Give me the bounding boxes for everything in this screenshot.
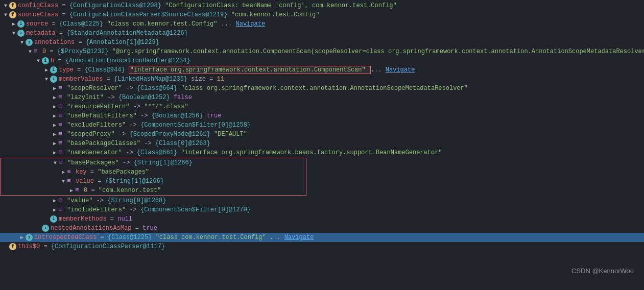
type-navigate[interactable]: Navigate xyxy=(386,66,415,74)
h-text: h = {AnnotationInvocationHandler@1234} xyxy=(51,57,190,64)
line-excludefilters: "excludeFilters" -> {ComponentScan$Filte… xyxy=(0,120,644,130)
line-nestedannotationsasmap: i nestedAnnotationsAsMap = true xyxy=(0,224,644,233)
icon-f-sourceclass: f xyxy=(9,11,16,18)
arrow-annotations[interactable] xyxy=(18,40,26,45)
line-lazyinit: "lazyInit" -> {Boolean@1252} false xyxy=(0,93,644,102)
line-basepackages: "basePackages" -> {String[1]@1266} xyxy=(1,158,306,167)
line-sourceclass: f sourceClass = {ConfigurationClassParse… xyxy=(0,10,644,19)
icon-lines-scopedproxy xyxy=(58,131,65,138)
line-includefilters: "includeFilters" -> {ComponentScan$Filte… xyxy=(0,205,644,214)
usedefaultfilters-text: "useDefaultFilters" -> {Boolean@1256} tr… xyxy=(67,112,221,119)
arrow-sourceclass[interactable] xyxy=(2,12,9,18)
arrow-usedefaultfilters[interactable] xyxy=(51,113,58,119)
icon-lines-value2 xyxy=(58,197,65,204)
icon-i-introspectedclass: i xyxy=(26,234,33,241)
basepackages-highlight-block: "basePackages" -> {String[1]@1266} key =… xyxy=(0,158,306,196)
namegenerator-text: "nameGenerator" -> {Class@661} "interfac… xyxy=(67,149,442,156)
arrow-type[interactable] xyxy=(43,67,50,73)
line-membervalues: i memberValues = {LinkedHashMap@1235} si… xyxy=(0,75,644,84)
line-value2: "value" -> {String[0]@1268} xyxy=(0,196,644,205)
arrow-metadata[interactable] xyxy=(10,31,17,36)
arrow-membervalues[interactable] xyxy=(43,77,50,82)
proxy-text: 0 = {$Proxy5@1232} "@org.springframework… xyxy=(42,48,644,55)
source-text: source = {Class@1225} "class com.kennor.… xyxy=(26,20,265,28)
icon-i-nestedannotations: i xyxy=(42,225,49,232)
value-0-text: 0 = "com.kennor.test" xyxy=(84,187,161,194)
icon-lines-value xyxy=(67,178,74,185)
arrow-introspectedclass[interactable] xyxy=(18,234,26,240)
nestedannotations-text: nestedAnnotationsAsMap = true xyxy=(51,225,157,232)
icon-f-configclass: f xyxy=(9,2,16,9)
line-key: key = "basePackages" xyxy=(1,167,306,177)
this0-text: this$0 = {ConfigurationClassParser@1117} xyxy=(18,243,165,250)
line-h: i h = {AnnotationInvocationHandler@1234} xyxy=(0,56,644,65)
arrow-basepackageclasses[interactable] xyxy=(51,140,58,147)
excludefilters-text: "excludeFilters" -> {ComponentScan$Filte… xyxy=(67,122,251,129)
line-introspectedclass: i introspectedClass = {Class@1225} "clas… xyxy=(0,233,644,242)
arrow-basepackages[interactable] xyxy=(52,160,59,166)
arrow-value2[interactable] xyxy=(51,198,58,204)
lazyinit-text: "lazyInit" -> {Boolean@1252} false xyxy=(67,94,192,101)
line-value: value = {String[1]@1266} xyxy=(1,177,306,186)
icon-lines-lazyinit xyxy=(58,94,65,101)
arrow-excludefilters[interactable] xyxy=(51,122,58,128)
line-scopedproxy: "scopedProxy" -> {ScopedProxyMode@1261} … xyxy=(0,130,644,139)
icon-i-annotations: i xyxy=(26,39,33,46)
value2-text: "value" -> {String[0]@1268} xyxy=(67,197,166,204)
icon-lines-basepackageclasses xyxy=(58,140,65,147)
metadata-text: metadata = {StandardAnnotationMetadata@1… xyxy=(26,30,188,37)
arrow-source[interactable] xyxy=(10,21,17,27)
icon-lines-resourcepattern xyxy=(58,103,65,110)
icon-lines-key xyxy=(67,168,74,176)
line-metadata: i metadata = {StandardAnnotationMetadata… xyxy=(0,29,644,38)
introspectedclass-text: introspectedClass = {Class@1225} "class … xyxy=(34,234,314,241)
type-value: "interface org.springframework.context.a… xyxy=(130,66,366,74)
sourceclass-text: sourceClass = {ConfigurationClassParser$… xyxy=(18,11,320,18)
arrow-namegenerator[interactable] xyxy=(51,150,58,156)
line-configclass: f configClass = {ConfigurationClass@1208… xyxy=(0,1,644,10)
line-type: i type = {Class@944} "interface org.spri… xyxy=(0,65,644,75)
membermethods-text: memberMethods = null xyxy=(59,215,132,223)
configclass-text: configClass = {ConfigurationClass@1208} … xyxy=(18,2,397,9)
arrow-h[interactable] xyxy=(35,58,42,64)
membervalues-text: memberValues = {LinkedHashMap@1235} size… xyxy=(59,76,224,83)
type-text: type = {Class@944} "interface org.spring… xyxy=(59,66,415,74)
key-text: key = "basePackages" xyxy=(76,168,149,176)
icon-lines-scoperesolver xyxy=(58,85,65,92)
arrow-key[interactable] xyxy=(60,169,67,175)
line-scoperesolver: "scopeResolver" -> {Class@664} "class or… xyxy=(0,84,644,93)
icon-i-h: i xyxy=(42,57,49,64)
line-annotations: i annotations = {Annotation[1]@1229} xyxy=(0,38,644,47)
debug-panel[interactable]: f configClass = {ConfigurationClass@1208… xyxy=(0,0,644,290)
icon-f-this0: f xyxy=(9,243,16,250)
line-this0: f this$0 = {ConfigurationClassParser@111… xyxy=(0,242,644,251)
source-navigate[interactable]: Navigate xyxy=(236,20,266,28)
introspectedclass-navigate[interactable]: Navigate xyxy=(284,234,314,241)
value-text: value = {String[1]@1266} xyxy=(76,178,164,185)
icon-lines-namegenerator xyxy=(58,149,65,156)
icon-i-metadata: i xyxy=(17,30,25,37)
icon-i-type: i xyxy=(50,66,57,74)
arrow-value[interactable] xyxy=(60,179,67,184)
line-proxy: 0 = {$Proxy5@1232} "@org.springframework… xyxy=(0,47,644,56)
resourcepattern-text: "resourcePattern" -> "**/*.class" xyxy=(67,103,188,110)
watermark: CSDN @KennorWoo xyxy=(571,267,634,275)
line-value-0: 0 = "com.kennor.test" xyxy=(1,186,306,195)
icon-lines-value-0 xyxy=(75,187,82,194)
line-namegenerator: "nameGenerator" -> {Class@661} "interfac… xyxy=(0,148,644,157)
arrow-configclass[interactable] xyxy=(2,3,9,9)
arrow-lazyinit[interactable] xyxy=(51,94,58,101)
icon-lines-includefilters xyxy=(58,206,65,213)
arrow-resourcepattern[interactable] xyxy=(51,104,58,110)
arrow-includefilters[interactable] xyxy=(51,207,58,213)
arrow-scoperesolver[interactable] xyxy=(51,85,58,91)
basepackageclasses-text: "basePackageClasses" -> {Class[0]@1263} xyxy=(67,140,210,147)
arrow-proxy[interactable] xyxy=(27,49,34,55)
line-source: i source = {Class@1225} "class com.kenno… xyxy=(0,19,644,29)
icon-i-membervalues: i xyxy=(50,76,57,83)
icon-i-membermethods: i xyxy=(50,215,57,223)
includefilters-text: "includeFilters" -> {ComponentScan$Filte… xyxy=(67,206,251,213)
arrow-scopedproxy[interactable] xyxy=(51,131,58,137)
icon-lines-excludefilters xyxy=(58,122,65,129)
arrow-value-0[interactable] xyxy=(68,187,75,194)
